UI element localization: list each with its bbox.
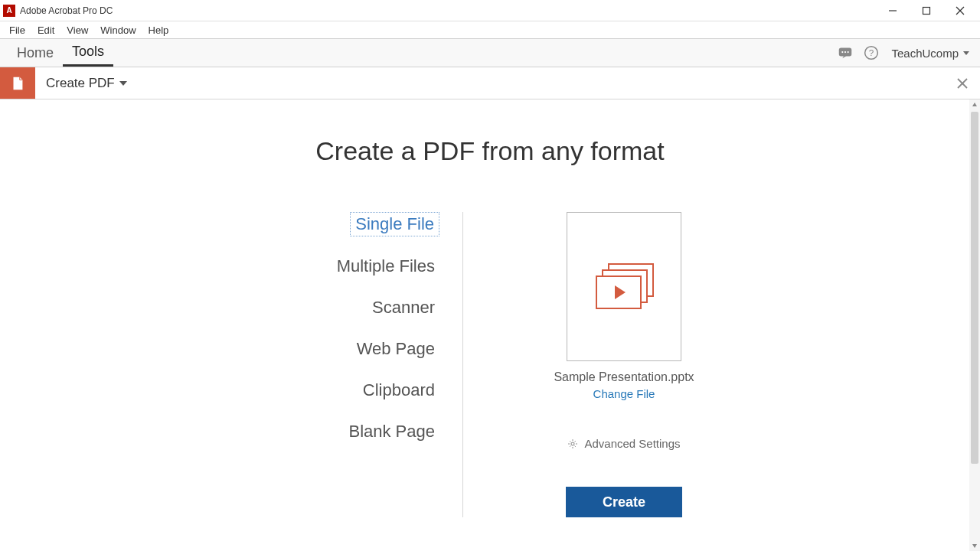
svg-point-12 — [571, 442, 574, 445]
svg-rect-1 — [923, 7, 930, 14]
preview-column: Sample Presentation.pptx Change File Adv… — [463, 212, 739, 517]
svg-point-7 — [848, 51, 849, 53]
user-name: TeachUcomp — [891, 47, 959, 60]
titlebar: A Adobe Acrobat Pro DC — [0, 0, 980, 21]
app-icon: A — [3, 5, 15, 17]
caret-down-icon — [119, 81, 127, 86]
nav-home[interactable]: Home — [8, 39, 63, 67]
scroll-thumb[interactable] — [971, 112, 978, 464]
create-button-label: Create — [603, 494, 645, 510]
workspace: Create a PDF from any format Single File… — [0, 99, 980, 551]
source-scanner[interactable]: Scanner — [368, 296, 439, 319]
close-button[interactable] — [943, 0, 977, 21]
help-icon[interactable]: ? — [862, 44, 880, 62]
advanced-settings-link[interactable]: Advanced Settings — [567, 437, 680, 450]
svg-point-6 — [844, 51, 846, 53]
tool-title-label: Create PDF — [46, 76, 115, 91]
minimize-button[interactable] — [876, 0, 910, 21]
scroll-up-button[interactable] — [969, 99, 980, 110]
file-thumbnail[interactable] — [567, 212, 681, 361]
create-button[interactable]: Create — [566, 487, 682, 517]
menu-edit[interactable]: Edit — [31, 23, 60, 37]
page-heading: Create a PDF from any format — [0, 136, 980, 166]
source-clipboard[interactable]: Clipboard — [358, 379, 439, 402]
notifications-icon[interactable] — [836, 44, 854, 62]
vertical-scrollbar[interactable] — [969, 99, 980, 551]
chevron-down-icon — [963, 51, 969, 55]
menu-window[interactable]: Window — [94, 23, 142, 37]
nav-tools[interactable]: Tools — [63, 39, 113, 67]
navbar: Home Tools ? TeachUcomp — [0, 38, 980, 67]
svg-point-5 — [842, 51, 844, 53]
gear-icon — [567, 439, 578, 449]
create-pdf-icon — [0, 67, 35, 99]
tool-close-button[interactable] — [945, 67, 980, 99]
tool-title-dropdown[interactable]: Create PDF — [35, 67, 138, 99]
source-list: Single File Multiple Files Scanner Web P… — [241, 212, 463, 517]
change-file-link[interactable]: Change File — [593, 387, 655, 400]
app-title: Adobe Acrobat Pro DC — [20, 5, 876, 16]
advanced-settings-label: Advanced Settings — [584, 437, 680, 450]
svg-text:?: ? — [869, 47, 874, 57]
source-blank-page[interactable]: Blank Page — [344, 420, 439, 443]
create-pdf-panel: Single File Multiple Files Scanner Web P… — [0, 212, 980, 517]
window-controls — [876, 0, 977, 21]
file-name: Sample Presentation.pptx — [554, 370, 694, 384]
maximize-button[interactable] — [910, 0, 943, 21]
menu-help[interactable]: Help — [142, 23, 175, 37]
source-web-page[interactable]: Web Page — [352, 337, 439, 360]
menu-file[interactable]: File — [3, 23, 31, 37]
menubar: File Edit View Window Help — [0, 21, 980, 38]
menu-view[interactable]: View — [60, 23, 94, 37]
scroll-down-button[interactable] — [969, 540, 980, 551]
source-single-file[interactable]: Single File — [350, 212, 439, 236]
source-multiple-files[interactable]: Multiple Files — [332, 255, 439, 278]
tool-header: Create PDF — [0, 67, 980, 99]
user-menu[interactable]: TeachUcomp — [888, 47, 972, 60]
presentation-icon — [594, 263, 654, 311]
